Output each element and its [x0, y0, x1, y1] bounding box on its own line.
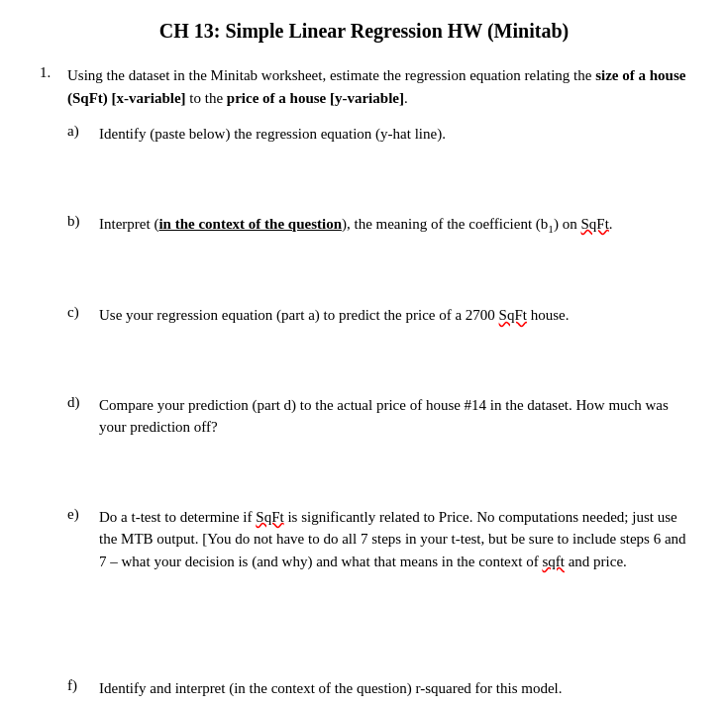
- subpart-b-label: b): [67, 213, 99, 289]
- subpart-f: f) Identify and interpret (in the contex…: [67, 669, 688, 707]
- subpart-c-body: Use your regression equation (part a) to…: [99, 304, 688, 378]
- subpart-e-text: Do a t-test to determine if SqFt is sign…: [99, 509, 686, 569]
- sqft-spellcheck-e2: sqft: [542, 554, 565, 569]
- subpart-b-answer-space: [99, 237, 688, 288]
- subpart-d-answer-space: [99, 439, 688, 490]
- subpart-a-text: Identify (paste below) the regression eq…: [99, 126, 446, 142]
- sqft-spellcheck-b: SqFt: [580, 216, 608, 232]
- bold-price: price of a house [y-variable]: [227, 90, 404, 106]
- subpart-a-body: Identify (paste below) the regression eq…: [99, 123, 688, 197]
- subpart-c-text: Use your regression equation (part a) to…: [99, 307, 569, 323]
- question-number-1: 1.: [40, 64, 67, 707]
- subpart-e-answer-space: [99, 572, 688, 661]
- sqft-spellcheck-e: SqFt: [256, 509, 283, 525]
- subpart-d-text: Compare your prediction (part d) to the …: [99, 397, 669, 436]
- subpart-a-answer-space: [99, 146, 688, 197]
- question-1-body: Using the dataset in the Minitab workshe…: [67, 64, 688, 707]
- subpart-c-label: c): [67, 304, 99, 378]
- subpart-c: c) Use your regression equation (part a)…: [67, 296, 688, 386]
- subpart-e-label: e): [67, 506, 99, 662]
- subpart-f-body: Identify and interpret (in the context o…: [99, 677, 688, 700]
- page-title: CH 13: Simple Linear Regression HW (Mini…: [40, 20, 688, 43]
- bold-underline-context: in the context of the question: [158, 216, 342, 232]
- subpart-f-label: f): [67, 677, 99, 700]
- subpart-e: e) Do a t-test to determine if SqFt is s…: [67, 498, 688, 670]
- subpart-b-text: Interpret (in the context of the questio…: [99, 216, 613, 232]
- question-1-intro: Using the dataset in the Minitab workshe…: [67, 64, 688, 109]
- subpart-d-body: Compare your prediction (part d) to the …: [99, 394, 688, 490]
- question-list: 1. Using the dataset in the Minitab work…: [40, 64, 688, 707]
- subpart-b-body: Interpret (in the context of the questio…: [99, 213, 688, 289]
- subpart-d: d) Compare your prediction (part d) to t…: [67, 386, 688, 498]
- subpart-list: a) Identify (paste below) the regression…: [67, 115, 688, 707]
- subpart-f-text: Identify and interpret (in the context o…: [99, 680, 562, 696]
- sqft-spellcheck-c: SqFt: [499, 307, 527, 323]
- subpart-a-label: a): [67, 123, 99, 197]
- subpart-d-label: d): [67, 394, 99, 490]
- subpart-a: a) Identify (paste below) the regression…: [67, 115, 688, 205]
- subpart-e-body: Do a t-test to determine if SqFt is sign…: [99, 506, 688, 662]
- subpart-c-answer-space: [99, 327, 688, 378]
- subpart-b: b) Interpret (in the context of the ques…: [67, 205, 688, 297]
- question-1: 1. Using the dataset in the Minitab work…: [40, 64, 688, 707]
